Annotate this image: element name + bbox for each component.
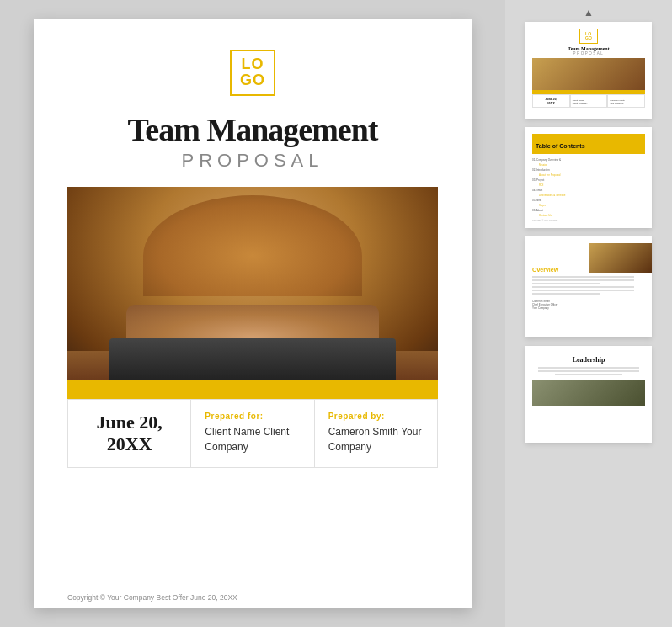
yellow-bar [67,380,438,399]
slide-title-main: Team Management [127,111,377,148]
prepared-for-label: Prepared for: [205,412,300,421]
thumb-info-row: June 20,20XX Prepared for: Client NameCl… [532,94,645,108]
toc-item-11: 06. About [532,209,645,212]
logo-box: LOGO [230,50,275,97]
thumb-date: June 20,20XX [545,97,557,105]
slide-title-sub: PROPOSAL [181,150,323,172]
toc-item-7: 04. Team [532,189,645,192]
toc-item-4: About the Proposal [532,173,645,177]
thumb-text-2 [532,279,634,281]
thumb-prepared-by: Prepared by: Cameron SmithYour Company [607,94,645,108]
logo-text: LOGO [240,56,265,90]
thumb-toc-bar: Table of Contents [532,134,645,154]
toc-item-8: Deliverables & Timeline [532,194,645,197]
thumb-overview-img [589,243,652,273]
laptop [109,338,396,380]
main-slide-area: LOGO Team Management PROPOSAL June 20, 2… [0,0,505,627]
thumb-leadership-img [532,380,645,406]
thumb-logo-text: LOGO [585,32,592,40]
thumb-lead-text-2 [538,370,640,372]
toc-item-10: Steps [532,204,645,207]
date-text: June 20, 20XX [82,412,177,455]
thumb-logo: LOGO [579,29,598,44]
toc-item-9: 05. Next [532,199,645,202]
thumb-text-5 [532,290,634,291]
thumb-text-4 [532,286,634,288]
thumb-hero-img [532,58,645,90]
person-bg [67,187,438,380]
thumb-text-1 [532,276,634,278]
thumb-date-cell: June 20,20XX [532,94,570,108]
thumb-title2: PROPOSAL [532,51,645,56]
info-boxes: June 20, 20XX Prepared for: Client Name … [67,399,438,468]
slide-thumbnail-strip[interactable]: ▲ LOGO Team Management PROPOSAL June 20,… [505,0,672,627]
prepared-for-box: Prepared for: Client Name Client Company [191,400,314,467]
date-box: June 20, 20XX [68,400,191,467]
scroll-up-arrow[interactable]: ▲ [584,7,594,19]
copyright-text: Copyright © Your Company Best Offer June… [67,585,438,608]
thumb-prepared-for: Prepared for: Client NameClient Company [570,94,608,108]
thumb-toc-header: Table of Contents [536,143,585,149]
thumb-pf-val: Client NameClient Company [573,99,605,104]
main-slide: LOGO Team Management PROPOSAL June 20, 2… [34,19,472,608]
thumb-leadership-title: Leadership [532,356,645,364]
thumb-text-6 [532,293,600,295]
thumb-pb-val: Cameron SmithYour Company [610,99,643,104]
thumb-lead-text-3 [555,374,622,375]
thumb-lead-text-1 [538,367,640,369]
toc-item-12: Contact Us [532,214,645,217]
toc-item-6: ROI [532,183,645,187]
thumbnail-slide-4[interactable]: Leadership [525,346,652,443]
prepared-by-label: Prepared by: [328,412,424,421]
hero-image [67,187,438,380]
toc-item-2: Mission [532,163,645,167]
thumb-text-3 [532,283,600,284]
thumb-author: Cameron SmithChief Executive OfficerYour… [532,300,645,310]
prepared-by-box: Prepared by: Cameron Smith Your Company [315,400,437,467]
prepared-for-value: Client Name Client Company [205,424,300,454]
thumb-toc-footer: Copyright © Your Company [532,219,645,221]
thumbnail-slide-2[interactable]: Table of Contents 01. Company Overview &… [525,127,652,228]
thumbnail-slide-1[interactable]: LOGO Team Management PROPOSAL June 20,20… [525,22,652,119]
thumbnail-slide-3[interactable]: Overview Cameron SmithChief Executive Of… [525,236,652,337]
prepared-by-value: Cameron Smith Your Company [328,424,424,454]
toc-item-1: 01. Company Overview & [532,158,645,162]
sweater [143,195,362,296]
toc-item-3: 02. Introduction [532,168,645,172]
toc-item-5: 03. Project [532,178,645,182]
